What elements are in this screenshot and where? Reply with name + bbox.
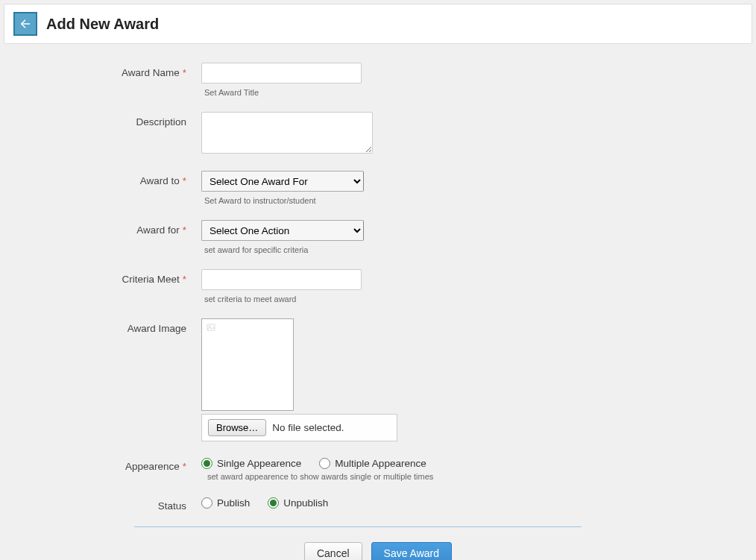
image-preview [201, 318, 294, 411]
radio-multiple-appearance[interactable]: Multiple Appearence [319, 458, 426, 469]
back-button[interactable] [13, 12, 37, 36]
back-arrow-icon [19, 17, 32, 31]
label-status: Status [15, 496, 186, 512]
row-award-to: Award to* Select One Award For Set Award… [15, 171, 741, 205]
hint-award-for: set award for specific criteria [204, 245, 741, 254]
row-criteria-meet: Criteria Meet* set criteria to meet awar… [15, 269, 741, 303]
label-award-image: Award Image [15, 318, 186, 334]
cancel-button[interactable]: Cancel [304, 542, 362, 560]
file-chooser: Browse… No file selected. [201, 414, 397, 441]
award-to-select[interactable]: Select One Award For [201, 171, 364, 192]
label-criteria-meet: Criteria Meet* [15, 269, 186, 285]
radio-publish-input[interactable] [201, 497, 212, 509]
radio-multiple-appearance-input[interactable] [319, 458, 330, 469]
hint-award-to: Set Award to instructor/student [204, 196, 741, 205]
radio-unpublish-input[interactable] [268, 497, 279, 509]
criteria-meet-input[interactable] [201, 269, 362, 290]
label-appearance: Appearence* [15, 456, 186, 472]
form-container: Award Name* Set Award Title Description … [0, 48, 756, 560]
radio-single-appearance-input[interactable] [201, 458, 212, 469]
browse-button[interactable]: Browse… [208, 419, 266, 436]
description-textarea[interactable] [201, 112, 373, 154]
hint-appearance: set award appearence to show awards sing… [207, 472, 741, 481]
row-award-name: Award Name* Set Award Title [15, 63, 741, 97]
page-title: Add New Award [46, 16, 159, 33]
label-award-for: Award for* [15, 220, 186, 236]
hint-criteria-meet: set criteria to meet award [204, 295, 741, 303]
row-status: Status Publish Unpublish [15, 496, 741, 512]
label-award-name: Award Name* [15, 63, 186, 78]
form-actions: Cancel Save Award [15, 542, 741, 560]
radio-publish[interactable]: Publish [201, 497, 250, 509]
radio-single-appearance[interactable]: Sinlge Appearence [201, 458, 301, 469]
row-description: Description [15, 112, 741, 156]
row-appearance: Appearence* Sinlge Appearence Multiple A… [15, 456, 741, 481]
form-divider [134, 526, 582, 527]
radio-unpublish[interactable]: Unpublish [268, 497, 328, 509]
label-award-to: Award to* [15, 171, 186, 186]
award-name-input[interactable] [201, 63, 362, 84]
row-award-for: Award for* Select One Action set award f… [15, 220, 741, 254]
save-button[interactable]: Save Award [371, 542, 452, 560]
row-award-image: Award Image Browse… No file selected. [15, 318, 741, 441]
image-placeholder-icon [206, 323, 216, 332]
hint-award-name: Set Award Title [204, 88, 741, 97]
file-status-text: No file selected. [272, 422, 344, 433]
award-for-select[interactable]: Select One Action [201, 220, 364, 241]
label-description: Description [15, 112, 186, 128]
page-header: Add New Award [4, 4, 752, 44]
